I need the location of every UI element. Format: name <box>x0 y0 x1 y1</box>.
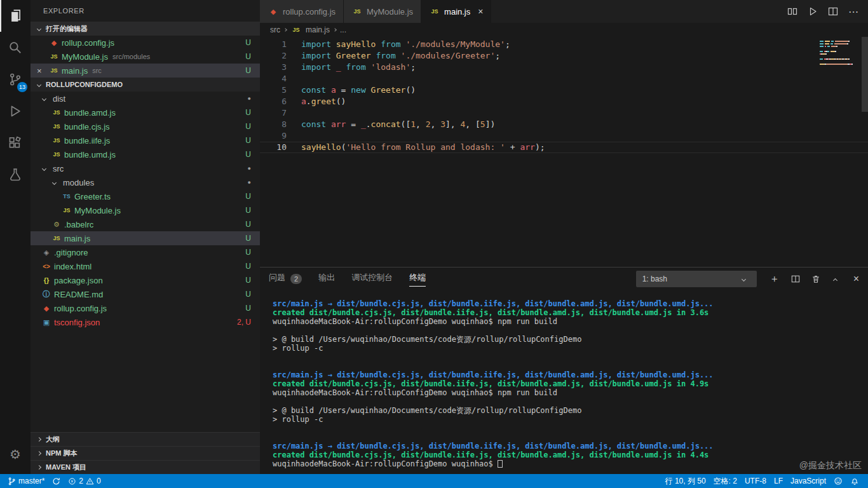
file-item[interactable]: JS bundle.amd.js U <box>31 105 260 119</box>
file-item[interactable]: ⓘ README.md U <box>31 287 260 301</box>
code-token: import <box>301 51 331 60</box>
code-token: concat <box>371 119 401 129</box>
file-name: tsconfig.json <box>54 318 100 327</box>
breadcrumb-item-file[interactable]: main.js <box>306 25 330 34</box>
tab-mymodule[interactable]: JS MyModule.js <box>344 0 421 23</box>
git-branch-item[interactable]: master* <box>4 477 48 485</box>
file-name: MyModule.js <box>74 206 121 215</box>
file-item-tsconfig[interactable]: ▣ tsconfig.json 2, U <box>31 315 260 329</box>
open-editor-mymodule[interactable]: JS MyModule.js src/modules U <box>31 50 260 64</box>
more-actions-icon[interactable]: ⋯ <box>848 6 859 18</box>
file-item[interactable]: ◆ rollup.config.js U <box>31 301 260 315</box>
tab-debug-console[interactable]: 调试控制台 <box>351 272 393 286</box>
eol-item[interactable]: LF <box>770 477 787 485</box>
indentation-item[interactable]: 空格: 2 <box>710 476 741 487</box>
folder-item-modules[interactable]: modules ● <box>31 175 260 189</box>
code-line: 2import Greeter from './modules/Greeter'… <box>260 50 868 62</box>
rollup-file-icon: ◆ <box>41 304 52 313</box>
breadcrumb-item-src[interactable]: src <box>270 25 280 34</box>
feedback-smiley-item[interactable] <box>830 477 846 485</box>
scrollbar-thumb[interactable] <box>862 37 868 112</box>
javascript-file-icon: JS <box>51 109 62 116</box>
code-token: , [ <box>465 119 480 129</box>
project-name-label: ROLLUPCONFIGDEMO <box>46 81 123 88</box>
run-debug-icon[interactable] <box>0 95 31 127</box>
chevron-right-icon <box>37 465 41 470</box>
open-editors-header[interactable]: 打开的编辑器 <box>31 22 260 36</box>
outline-section-header[interactable]: 大纲 <box>31 432 260 446</box>
search-icon[interactable] <box>0 32 31 64</box>
explorer-icon[interactable] <box>0 0 31 32</box>
cursor-position-item[interactable]: 行 10, 列 50 <box>661 476 710 487</box>
extensions-icon[interactable] <box>0 127 31 159</box>
code-editor[interactable]: 1import sayHello from './modules/MyModul… <box>260 37 868 267</box>
npm-scripts-section-header[interactable]: NPM 脚本 <box>31 446 260 460</box>
minimap-token <box>825 41 830 42</box>
open-editor-main[interactable]: × JS main.js src U <box>31 64 260 78</box>
split-editor-icon[interactable] <box>828 6 838 17</box>
problems-status-item[interactable]: 2 0 <box>64 477 104 485</box>
line-number: 7 <box>260 107 287 119</box>
maximize-panel-chevron-icon[interactable] <box>833 278 837 282</box>
javascript-file-icon: JS <box>51 235 62 241</box>
code-token: ([ <box>401 119 411 129</box>
file-name: .gitignore <box>54 248 88 257</box>
language-mode-item[interactable]: JavaScript <box>787 477 830 485</box>
project-header[interactable]: ROLLUPCONFIGDEMO <box>31 78 260 92</box>
run-file-icon[interactable] <box>808 6 818 17</box>
tab-output[interactable]: 输出 <box>318 272 335 286</box>
sync-changes-item[interactable] <box>48 477 64 485</box>
code-token: ; <box>505 39 510 49</box>
tab-problems[interactable]: 问题 2 <box>269 272 302 286</box>
minimap[interactable] <box>820 41 858 66</box>
notifications-bell-item[interactable] <box>846 477 863 485</box>
open-editor-rollup-config[interactable]: ◆ rollup.config.js U <box>31 36 260 50</box>
close-icon[interactable]: × <box>478 6 483 17</box>
code-line: 1import sayHello from './modules/MyModul… <box>260 39 868 50</box>
file-item[interactable]: <> index.html U <box>31 259 260 273</box>
code-token: 1 <box>410 119 416 129</box>
terminal-output[interactable]: src/main.js → dist/bundle.cjs.js, dist/b… <box>260 290 868 474</box>
close-icon[interactable]: × <box>37 66 48 76</box>
maven-section-header[interactable]: MAVEN 项目 <box>31 460 260 474</box>
file-name: MyModule.js <box>62 52 108 62</box>
folder-item-dist[interactable]: dist ● <box>31 92 260 105</box>
file-item[interactable]: ◈ .gitignore U <box>31 245 260 259</box>
javascript-file-icon: JS <box>48 53 60 60</box>
folder-item-src[interactable]: src ● <box>31 161 260 175</box>
smiley-icon <box>834 477 843 485</box>
file-item[interactable]: {} package.json U <box>31 273 260 287</box>
kill-terminal-trash-icon[interactable] <box>811 274 820 283</box>
open-changes-icon[interactable] <box>787 6 797 17</box>
breadcrumb-item-more[interactable]: ... <box>340 25 346 34</box>
new-terminal-icon[interactable]: ＋ <box>770 273 780 286</box>
folder-name: src <box>53 164 64 173</box>
file-item-main-js-selected[interactable]: JS main.js U <box>31 231 260 245</box>
file-item[interactable]: JS bundle.cjs.js U <box>31 119 260 133</box>
shell-select-value: 1: bash <box>642 274 667 283</box>
sidebar-title: EXPLORER <box>31 0 260 22</box>
source-control-icon[interactable]: 13 <box>0 64 31 95</box>
terminal-shell-select[interactable]: 1: bash <box>636 271 757 287</box>
status-left: master* 2 0 <box>0 477 105 485</box>
tab-terminal-active[interactable]: 终端 <box>409 272 426 287</box>
minimap-line <box>820 64 858 65</box>
file-item[interactable]: TS Greeter.ts U <box>31 189 260 203</box>
encoding-item[interactable]: UTF-8 <box>741 477 770 485</box>
file-item[interactable]: ⚙ .babelrc U <box>31 217 260 231</box>
panel-tab-label: 输出 <box>318 272 335 286</box>
javascript-file-icon: JS <box>51 123 62 130</box>
watermark: @掘金技术社区 <box>799 460 862 471</box>
file-item[interactable]: JS bundle.umd.js U <box>31 147 260 161</box>
close-panel-icon[interactable]: × <box>853 273 859 285</box>
terminal-text: > @ build /Users/wuqinhao/Documents/code… <box>273 406 581 415</box>
split-terminal-icon[interactable] <box>791 274 800 283</box>
file-item[interactable]: JS bundle.iife.js U <box>31 133 260 147</box>
tab-rollup-config[interactable]: ◆ rollup.config.js <box>260 0 344 23</box>
tab-main-js-active[interactable]: JS main.js × <box>421 0 491 23</box>
file-item[interactable]: JS MyModule.js U <box>31 203 260 217</box>
gitignore-file-icon: ◈ <box>41 248 52 257</box>
settings-gear-icon[interactable]: ⚙ <box>0 438 31 470</box>
test-beaker-icon[interactable] <box>0 159 31 191</box>
code-token <box>396 51 401 60</box>
